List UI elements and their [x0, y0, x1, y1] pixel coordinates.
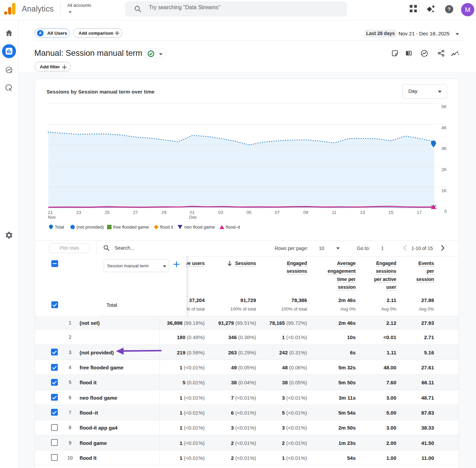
svg-text:17: 17 — [417, 210, 422, 215]
svg-text:2K: 2K — [441, 167, 447, 172]
svg-text:27: 27 — [133, 210, 138, 215]
svg-text:01: 01 — [190, 210, 194, 215]
svg-text:13: 13 — [360, 210, 365, 215]
svg-text:09: 09 — [303, 210, 308, 215]
svg-text:07: 07 — [275, 210, 280, 215]
svg-text:23: 23 — [76, 210, 81, 215]
svg-text:05: 05 — [247, 210, 251, 215]
svg-text:11: 11 — [332, 210, 337, 215]
svg-text:5K: 5K — [441, 104, 447, 109]
svg-text:0: 0 — [444, 209, 447, 214]
svg-text:15: 15 — [388, 210, 393, 215]
svg-text:29: 29 — [162, 210, 166, 215]
svg-text:25: 25 — [105, 210, 109, 215]
svg-text:03: 03 — [218, 210, 223, 215]
svg-text:4K: 4K — [441, 125, 447, 130]
svg-text:Nov: Nov — [48, 215, 56, 220]
svg-text:Dec: Dec — [189, 215, 197, 220]
svg-text:1K: 1K — [441, 188, 447, 193]
svg-text:3K: 3K — [441, 146, 447, 151]
svg-text:21: 21 — [48, 210, 53, 215]
